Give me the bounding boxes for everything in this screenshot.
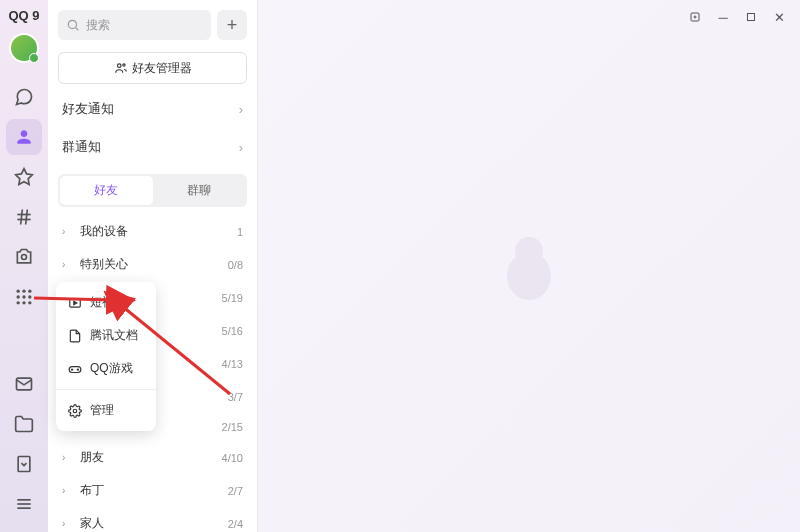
chat-icon[interactable]: [6, 79, 42, 115]
group-name: 我的设备: [80, 223, 128, 240]
grid-icon[interactable]: [6, 279, 42, 315]
popup-item-manage[interactable]: 管理: [56, 394, 156, 427]
group-row[interactable]: ›特别关心0/8: [48, 248, 257, 281]
user-avatar[interactable]: [9, 33, 39, 63]
feedback-icon[interactable]: [682, 6, 708, 28]
add-button[interactable]: +: [217, 10, 247, 40]
group-count: 1: [237, 226, 243, 238]
app-logo: QQ 9: [8, 8, 39, 23]
group-name: 朋友: [80, 449, 104, 466]
notice-label: 群通知: [62, 138, 101, 156]
popup-item-game[interactable]: QQ游戏: [56, 352, 156, 385]
svg-point-8: [28, 290, 31, 293]
notice-label: 好友通知: [62, 100, 114, 118]
tab-friends[interactable]: 好友: [60, 176, 153, 205]
group-row[interactable]: ›我的设备1: [48, 215, 257, 248]
contacts-panel: 搜索 + 好友管理器 好友通知 › 群通知 › 好友 群聊 ›我的设备1›特别关…: [48, 0, 258, 532]
chevron-right-icon: ›: [62, 485, 72, 496]
minimize-button[interactable]: ─: [710, 6, 736, 28]
contact-tabs: 好友 群聊: [58, 174, 247, 207]
friend-manager-button[interactable]: 好友管理器: [58, 52, 247, 84]
svg-point-9: [17, 295, 20, 298]
group-count: 3/7: [228, 391, 243, 403]
gear-icon: [68, 404, 82, 418]
hash-icon[interactable]: [6, 199, 42, 235]
svg-rect-16: [18, 457, 30, 472]
svg-marker-31: [74, 301, 77, 305]
maximize-button[interactable]: [738, 6, 764, 28]
group-count: 0/8: [228, 259, 243, 271]
camera-icon[interactable]: [6, 239, 42, 275]
chevron-right-icon: ›: [62, 226, 72, 237]
main-area: ─ ✕: [258, 0, 800, 532]
svg-marker-0: [16, 169, 33, 185]
contacts-icon[interactable]: [6, 119, 42, 155]
group-count: 2/15: [222, 421, 243, 433]
close-button[interactable]: ✕: [766, 6, 792, 28]
svg-point-23: [122, 64, 124, 66]
sidebar: QQ 9: [0, 0, 48, 532]
svg-point-14: [28, 301, 31, 304]
group-count: 5/19: [222, 292, 243, 304]
group-row[interactable]: ›朋友4/10: [48, 441, 257, 474]
group-name: 特别关心: [80, 256, 128, 273]
group-count: 5/16: [222, 325, 243, 337]
svg-rect-29: [748, 14, 755, 21]
svg-point-36: [73, 409, 77, 413]
svg-point-5: [22, 255, 27, 260]
search-placeholder: 搜索: [86, 17, 110, 34]
popup-divider: [56, 389, 156, 390]
chevron-right-icon: ›: [239, 102, 243, 117]
penguin-placeholder: [499, 231, 559, 301]
svg-point-11: [28, 295, 31, 298]
people-icon: [114, 61, 128, 75]
svg-rect-32: [69, 366, 81, 372]
group-count: 4/10: [222, 452, 243, 464]
svg-point-20: [68, 20, 76, 28]
chevron-right-icon: ›: [239, 140, 243, 155]
friend-notice[interactable]: 好友通知 ›: [48, 90, 257, 128]
svg-point-33: [77, 369, 78, 370]
chevron-right-icon: ›: [62, 452, 72, 463]
svg-line-21: [76, 28, 79, 31]
popup-label: 短视频: [90, 294, 126, 311]
titlebar: ─ ✕: [674, 0, 800, 34]
group-name: 家人: [80, 515, 104, 532]
bookmark-icon[interactable]: [6, 446, 42, 482]
group-count: 2/7: [228, 485, 243, 497]
popup-label: QQ游戏: [90, 360, 133, 377]
tab-groups[interactable]: 群聊: [153, 176, 246, 205]
svg-point-12: [17, 301, 20, 304]
group-row[interactable]: ›家人2/4: [48, 507, 257, 532]
svg-line-4: [26, 210, 28, 225]
friend-manager-label: 好友管理器: [132, 60, 192, 77]
svg-point-7: [22, 290, 25, 293]
svg-point-6: [17, 290, 20, 293]
svg-point-25: [515, 237, 543, 265]
chevron-right-icon: ›: [62, 259, 72, 270]
grid-popup: 短视频 腾讯文档 QQ游戏 管理: [56, 282, 156, 431]
game-icon: [68, 362, 82, 376]
svg-point-10: [22, 295, 25, 298]
group-notice[interactable]: 群通知 ›: [48, 128, 257, 166]
chevron-right-icon: ›: [62, 518, 72, 529]
popup-label: 腾讯文档: [90, 327, 138, 344]
mail-icon[interactable]: [6, 366, 42, 402]
popup-item-video[interactable]: 短视频: [56, 286, 156, 319]
group-count: 4/13: [222, 358, 243, 370]
menu-icon[interactable]: [6, 486, 42, 522]
svg-line-3: [21, 210, 23, 225]
popup-item-doc[interactable]: 腾讯文档: [56, 319, 156, 352]
svg-point-22: [117, 64, 121, 67]
search-input[interactable]: 搜索: [58, 10, 211, 40]
search-icon: [66, 18, 80, 32]
group-row[interactable]: ›布丁2/7: [48, 474, 257, 507]
svg-point-13: [22, 301, 25, 304]
video-icon: [68, 296, 82, 310]
star-icon[interactable]: [6, 159, 42, 195]
doc-icon: [68, 329, 82, 343]
group-name: 布丁: [80, 482, 104, 499]
popup-label: 管理: [90, 402, 114, 419]
folder-icon[interactable]: [6, 406, 42, 442]
group-count: 2/4: [228, 518, 243, 530]
